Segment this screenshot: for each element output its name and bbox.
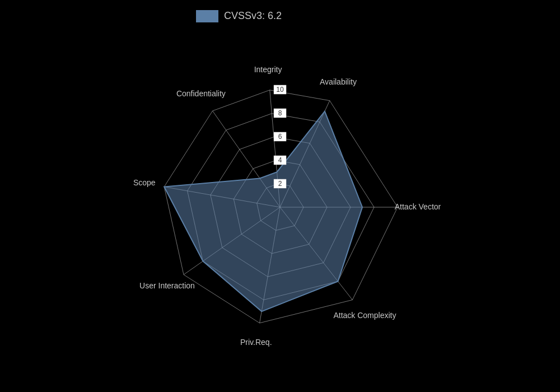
legend-label: CVSSv3: 6.2 bbox=[224, 10, 282, 21]
svg-text:2: 2 bbox=[278, 180, 282, 188]
svg-text:6: 6 bbox=[278, 133, 282, 141]
svg-text:Scope: Scope bbox=[133, 178, 156, 187]
chart-container: CVSSv3: 6.2 Attack VectorAttack Complexi… bbox=[0, 0, 560, 392]
svg-text:10: 10 bbox=[276, 86, 284, 94]
svg-text:8: 8 bbox=[278, 109, 282, 117]
svg-text:4: 4 bbox=[278, 156, 282, 164]
svg-text:Attack Complexity: Attack Complexity bbox=[333, 311, 396, 320]
svg-text:Priv.Req.: Priv.Req. bbox=[240, 338, 272, 347]
svg-text:User Interaction: User Interaction bbox=[139, 281, 195, 290]
svg-text:Attack Vector: Attack Vector bbox=[395, 202, 441, 211]
svg-text:Confidentiality: Confidentiality bbox=[176, 89, 226, 98]
svg-text:Availability: Availability bbox=[320, 77, 357, 86]
svg-text:Integrity: Integrity bbox=[254, 65, 282, 74]
legend-color-rect bbox=[196, 10, 218, 22]
